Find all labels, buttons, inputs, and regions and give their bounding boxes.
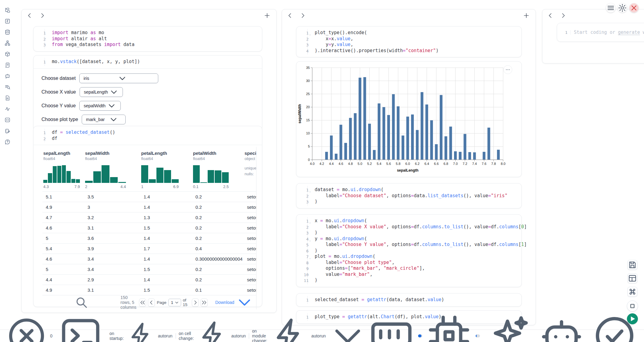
- dropdown-select[interactable]: sepalWidth: [79, 101, 121, 111]
- connection-status-icon[interactable]: [591, 312, 638, 342]
- scratchpad-icon: [5, 128, 10, 134]
- sidebar-item-functions[interactable]: [5, 18, 10, 24]
- error-count-badge[interactable]: 0: [5, 314, 52, 342]
- status-runtime-item[interactable]: on module change: autorun: [252, 316, 368, 342]
- document-icon: [5, 95, 10, 101]
- line-number: 4: [301, 48, 309, 54]
- empty-code-cell[interactable]: 1 Start coding or generate with AI: [557, 23, 644, 42]
- keyboard-shortcuts-button[interactable]: [628, 287, 637, 297]
- sidebar-item-script-log[interactable]: [5, 62, 10, 68]
- terminal-button[interactable]: [58, 313, 103, 342]
- line-number: 7⌄: [301, 254, 309, 260]
- table-row[interactable]: 5.43.91.70.4setosa: [42, 243, 256, 254]
- xy-plot-dropdowns-code-cell[interactable]: 1⌄x = mo.ui.dropdown(2 label="Choose X v…: [296, 214, 522, 287]
- column-histogram: [85, 165, 126, 183]
- last-page-button[interactable]: [201, 298, 208, 307]
- page-select[interactable]: 1: [168, 299, 181, 306]
- sidebar-item-help[interactable]: [5, 139, 10, 145]
- sidebar-item-file-tree[interactable]: [5, 7, 10, 13]
- table-row[interactable]: 53.61.40.2setosa: [42, 233, 256, 243]
- table-column-header[interactable]: petalLengthfloat6416.9: [141, 151, 193, 189]
- dropdown-select[interactable]: sepalLength: [80, 87, 123, 97]
- table-cell: 3.4: [88, 256, 144, 262]
- sidebar-item-database[interactable]: [5, 29, 10, 35]
- table-column-header[interactable]: petalWidthfloat640.12.5: [193, 151, 245, 189]
- table-column-header[interactable]: sepalWidthfloat6424.4: [85, 151, 141, 189]
- tracing-pulse-icon: [5, 106, 10, 112]
- table-cell: 1.4: [144, 205, 195, 210]
- download-link[interactable]: Download: [215, 293, 254, 309]
- table-row[interactable]: 4.73.21.30.2setosa: [42, 212, 256, 223]
- table-column-header[interactable]: sepalLengthfloat644.37.9: [43, 151, 85, 189]
- app-view-button[interactable]: [628, 273, 637, 283]
- table-row[interactable]: 53.41.50.2setosa: [42, 264, 256, 274]
- vstack-code-cell[interactable]: 1mo.vstack([dataset, x, y, plot]) Choose…: [33, 55, 262, 130]
- scroll-right-button[interactable]: [299, 12, 306, 19]
- sidebar-item-scratchpad[interactable]: [5, 128, 10, 134]
- sidebar-item-document[interactable]: [5, 95, 10, 101]
- table-row[interactable]: 4.42.91.40.2setosa: [42, 274, 256, 285]
- sidebar-item-tracing-pulse[interactable]: [5, 106, 10, 112]
- table-row[interactable]: 4.63.11.50.2setosa: [42, 223, 256, 233]
- dropdown-select[interactable]: mark_bar: [82, 115, 126, 124]
- status-runtime-item[interactable]: on startup: autorun: [109, 321, 172, 342]
- status-bar: 0 on startup: autorun on cell change: au…: [0, 330, 644, 342]
- interrupt-button[interactable]: [627, 301, 638, 312]
- shutdown-button[interactable]: [629, 3, 639, 12]
- sidebar-item-variable-search[interactable]: [5, 84, 10, 90]
- menu-button[interactable]: [606, 3, 615, 12]
- status-runtime-item[interactable]: on cell change: autorun: [179, 319, 246, 342]
- prev-page-button[interactable]: [148, 298, 155, 307]
- status-label: on cell change:: [179, 331, 194, 341]
- status-label: on startup:: [109, 331, 124, 341]
- settings-button[interactable]: [618, 3, 627, 12]
- svg-text:35: 35: [306, 66, 310, 69]
- chevron-left-icon: [547, 12, 554, 19]
- table-row[interactable]: 5.13.51.40.2setosa: [42, 191, 256, 202]
- code-line: 4).interactive().properties(width="conta…: [301, 48, 517, 54]
- add-column-button[interactable]: [263, 12, 271, 19]
- add-column-button[interactable]: [523, 12, 530, 19]
- scroll-right-button[interactable]: [39, 12, 46, 19]
- table-column-header[interactable]: speciesobjectunique:nulls:: [245, 151, 256, 189]
- table-row[interactable]: 4.63.41.40.30000000000000004setosa: [42, 254, 256, 264]
- ai-sparkles-icon[interactable]: [485, 312, 532, 342]
- table-cell: 3.2: [88, 215, 144, 220]
- sidebar-item-chat-bot[interactable]: [5, 73, 10, 79]
- status-label: on module change:: [252, 329, 267, 342]
- save-button[interactable]: [628, 260, 637, 270]
- table-cell: 4.9: [46, 287, 88, 293]
- dropdown-select[interactable]: iris: [79, 73, 158, 83]
- generate-link[interactable]: generate: [618, 30, 640, 35]
- selected-dataset-code-cell[interactable]: 1selected_dataset = getattr(data, datase…: [296, 293, 522, 307]
- line-number: 2: [38, 36, 46, 42]
- scroll-left-button[interactable]: [286, 12, 294, 19]
- bar-chart[interactable]: 4.04.24.44.64.85.05.25.45.65.86.06.26.46…: [296, 62, 521, 177]
- chart-options-button[interactable]: [503, 65, 512, 74]
- sidebar-item-code-snippet[interactable]: [5, 117, 10, 123]
- table-cell: 1.7: [144, 246, 195, 251]
- dataframe-code-cell[interactable]: 1df = selected_dataset()2df sepalLengthf…: [33, 126, 262, 307]
- next-page-button[interactable]: [192, 298, 199, 307]
- search-icon[interactable]: [45, 295, 118, 309]
- table-row[interactable]: 4.931.40.2setosa: [42, 202, 256, 212]
- sidebar-item-package[interactable]: [5, 51, 10, 57]
- sidebar-item-dependency-graph[interactable]: [5, 40, 10, 46]
- code-line: 6): [301, 248, 517, 254]
- line-number: 3: [301, 199, 309, 205]
- table-cell: 0.2: [195, 205, 247, 210]
- svg-text:8.0: 8.0: [501, 162, 505, 166]
- plus-icon: [263, 12, 271, 19]
- dropdown-row: Choose X value sepalLength: [41, 87, 254, 97]
- imports-code-cell[interactable]: 1import marimo as mo2import altair as al…: [33, 26, 262, 52]
- assistant-robot-icon[interactable]: [538, 312, 585, 342]
- scroll-left-button[interactable]: [26, 12, 33, 19]
- plot-code-cell[interactable]: 1⌄plot_type().encode(2 x=x.value,3 y=y.v…: [296, 26, 522, 57]
- first-page-button[interactable]: [139, 298, 146, 307]
- dataset-dropdown-code-cell[interactable]: 1⌄dataset = mo.ui.dropdown(2 label="Choo…: [296, 183, 522, 208]
- line-number: 1⌄: [301, 187, 309, 193]
- scroll-right-button[interactable]: [560, 12, 567, 19]
- scroll-left-button[interactable]: [547, 12, 554, 19]
- dataframe-table: sepalLengthfloat644.37.9 sepalWidthfloat…: [42, 147, 256, 309]
- line-number: 1: [301, 297, 309, 303]
